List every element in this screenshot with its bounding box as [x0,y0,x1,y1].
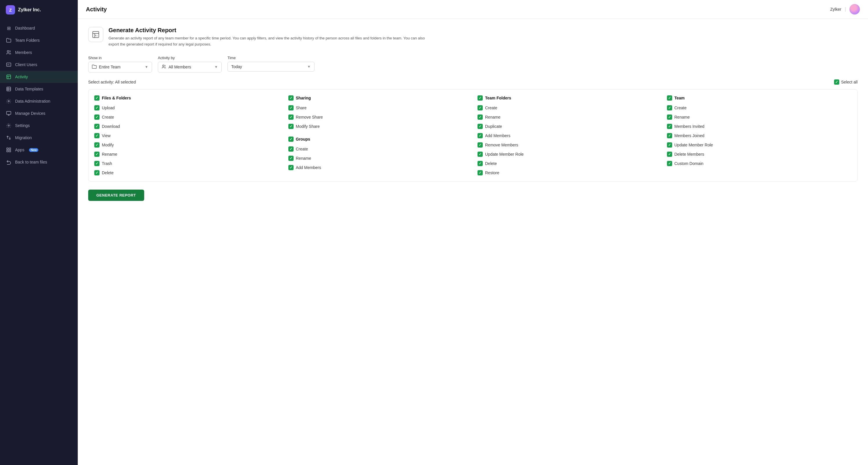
show-in-select[interactable]: Entire Team ▼ [88,62,152,72]
cb-add-members-g[interactable] [288,165,293,170]
cb-create-g[interactable] [288,146,293,152]
time-value: Today [231,64,305,69]
list-item: Create [94,114,279,120]
list-item: Delete [477,161,658,166]
cb-sharing[interactable] [288,95,293,101]
cb-duplicate[interactable] [477,124,483,129]
sidebar-item-data-administration[interactable]: Data Administration [0,95,78,107]
cb-modify[interactable] [94,142,99,147]
list-item: Remove Members [477,142,658,147]
list-item: Trash [94,161,279,166]
list-item: Create [477,105,658,110]
cb-rename-t[interactable] [667,114,672,120]
main-area: Activity Zylker | Generate Activity Repo… [78,0,868,465]
select-all-control[interactable]: Select all [834,79,858,85]
select-activity-label: Select activity: All selected [88,80,136,85]
col-header-team-folders: Team Folders [477,95,658,101]
cb-custom-domain[interactable] [667,161,672,166]
cb-members-invited[interactable] [667,124,672,129]
filter-show-in: Show in Entire Team ▼ [88,56,152,72]
cb-restore[interactable] [477,170,483,175]
cb-rename-g[interactable] [288,156,293,161]
list-item: Rename [288,156,468,161]
sidebar-item-back-to-team-files[interactable]: Back to team files [0,156,78,168]
sidebar-item-activity[interactable]: Activity [0,71,78,83]
col-header-team: Team [667,95,847,101]
activity-by-value: All Members [168,65,212,69]
sidebar-label-apps: Apps [15,147,24,152]
report-header: Generate Activity Report Generate an act… [88,27,858,47]
page-title: Activity [86,6,107,13]
sidebar-item-manage-devices[interactable]: Manage Devices [0,107,78,120]
sidebar-item-client-users[interactable]: Client Users [0,59,78,71]
list-item: Download [94,124,279,129]
cb-update-role-tf[interactable] [477,152,483,157]
cb-update-role-t[interactable] [667,142,672,147]
cb-view[interactable] [94,133,99,138]
svg-rect-10 [9,151,11,152]
cb-upload[interactable] [94,105,99,110]
sidebar-item-data-templates[interactable]: Data Templates [0,83,78,95]
activity-by-select[interactable]: All Members ▼ [158,62,222,72]
settings-icon [6,123,11,128]
activity-by-label: Activity by [158,56,222,60]
cb-team-folders[interactable] [477,95,483,101]
cb-create-t[interactable] [667,105,672,110]
cb-remove-share[interactable] [288,114,293,120]
col-title-team: Team [675,96,685,100]
cb-delete-ff[interactable] [94,170,99,175]
col-header-sharing: Sharing [288,95,468,101]
apps-icon [6,147,11,153]
cb-download[interactable] [94,124,99,129]
sidebar-item-migration[interactable]: Migration [0,132,78,144]
cb-members-joined[interactable] [667,133,672,138]
time-chevron: ▼ [307,65,311,69]
company-name: Zylker Inc. [18,7,41,12]
col-header-groups: Groups [288,137,468,142]
app-logo[interactable]: Z Zylker Inc. [0,0,78,20]
activity-by-chevron: ▼ [214,65,218,69]
cb-files-folders[interactable] [94,95,99,101]
cb-rename-tf[interactable] [477,114,483,120]
list-item: Modify Share [288,124,468,129]
list-item: Restore [477,170,658,175]
svg-rect-3 [7,87,11,91]
sidebar-label-members: Members [15,50,32,55]
sidebar-item-apps[interactable]: Apps New [0,144,78,156]
show-in-value: Entire Team [99,65,143,69]
sidebar-item-dashboard[interactable]: ⊞ Dashboard [0,22,78,34]
cb-add-members-tf[interactable] [477,133,483,138]
cb-delete-tf[interactable] [477,161,483,166]
list-item: View [94,133,279,138]
cb-groups[interactable] [288,137,293,142]
logo-icon: Z [6,5,15,14]
report-description: Generate an activity report of any team … [108,35,428,47]
select-all-checkbox[interactable] [834,79,839,85]
cb-team[interactable] [667,95,672,101]
col-items-sharing: Share Remove Share Modify Share [288,105,468,129]
generate-report-button[interactable]: GENERATE REPORT [88,190,144,201]
col-title-groups: Groups [296,137,310,141]
col-files-folders: Files & Folders Upload Create Download V… [94,95,284,175]
cb-share[interactable] [288,105,293,110]
cb-delete-members[interactable] [667,152,672,157]
col-team: Team Create Rename Members Invited Membe… [662,95,852,175]
time-select[interactable]: Today ▼ [227,62,314,72]
sidebar-item-team-folders[interactable]: Team Folders [0,34,78,46]
sidebar-item-members[interactable]: Members [0,46,78,59]
svg-point-0 [7,51,9,52]
sidebar-label-dashboard: Dashboard [15,26,35,30]
cb-modify-share[interactable] [288,124,293,129]
sidebar-item-settings[interactable]: Settings [0,120,78,132]
cb-create-tf[interactable] [477,105,483,110]
col-team-folders: Team Folders Create Rename Duplicate Add… [473,95,662,175]
data-templates-icon [6,86,11,92]
list-item: Add Members [477,133,658,138]
cb-remove-members[interactable] [477,142,483,147]
cb-trash[interactable] [94,161,99,166]
cb-rename-ff[interactable] [94,152,99,157]
show-in-chevron: ▼ [145,65,148,69]
cb-create-ff[interactable] [94,114,99,120]
list-item: Add Members [288,165,468,170]
avatar[interactable] [849,4,860,14]
